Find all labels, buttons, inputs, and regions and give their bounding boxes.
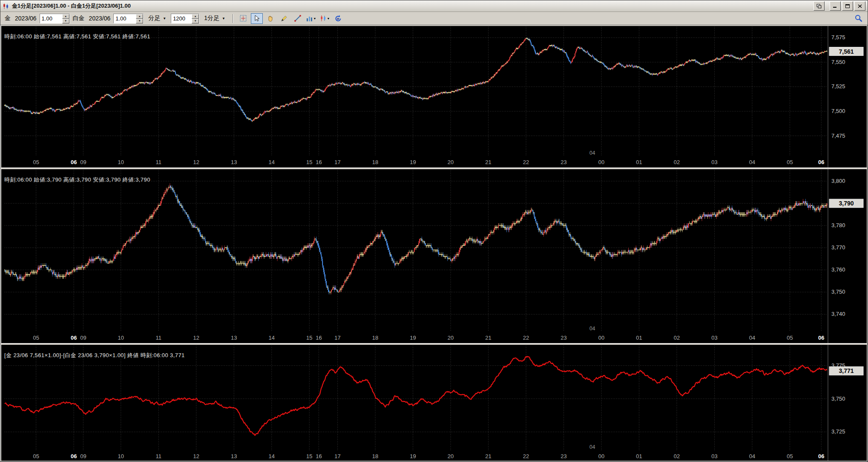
- svg-text:11: 11: [156, 335, 162, 341]
- svg-text:15: 15: [306, 453, 312, 459]
- svg-text:3,725: 3,725: [831, 428, 845, 435]
- svg-text:21: 21: [485, 335, 491, 341]
- svg-text:17: 17: [334, 453, 340, 459]
- svg-text:05: 05: [33, 335, 39, 341]
- svg-text:17: 17: [334, 335, 340, 341]
- svg-text:19: 19: [410, 453, 416, 459]
- gold-candlestick-chart: 7,5757,5507,5257,5007,475050609101112131…: [1, 26, 867, 167]
- maximize-button[interactable]: [842, 1, 853, 11]
- instrument2-multiplier-input[interactable]: [114, 14, 136, 23]
- svg-text:7,550: 7,550: [831, 59, 845, 65]
- cursor-tool[interactable]: [251, 13, 263, 24]
- svg-text:06: 06: [818, 159, 824, 165]
- svg-text:02: 02: [674, 159, 680, 165]
- svg-text:15: 15: [306, 159, 312, 165]
- candlestick-app-icon: [3, 3, 9, 9]
- svg-text:09: 09: [80, 453, 86, 459]
- svg-text:10: 10: [118, 335, 124, 341]
- pencil-tool[interactable]: [278, 13, 290, 24]
- minimize-button[interactable]: [830, 1, 841, 11]
- svg-text:01: 01: [636, 453, 642, 459]
- svg-text:23: 23: [560, 159, 566, 165]
- svg-text:10: 10: [118, 159, 124, 165]
- svg-text:14: 14: [269, 453, 275, 459]
- platinum-chart-panel[interactable]: 3,8003,7903,7803,7703,7603,7503,74005060…: [1, 169, 867, 343]
- svg-text:3,800: 3,800: [831, 178, 845, 184]
- close-icon: [858, 4, 862, 8]
- platinum-ohlc-readout: 時刻:06:00 始値:3,790 高値:3,790 安値:3,790 終値:3…: [4, 176, 150, 184]
- svg-text:04: 04: [749, 453, 755, 459]
- svg-text:00: 00: [598, 453, 604, 459]
- svg-text:22: 22: [523, 159, 529, 165]
- svg-text:15: 15: [306, 335, 312, 341]
- interval-dropdown[interactable]: 1分足 ▼: [201, 13, 228, 23]
- window-layers-button[interactable]: [813, 1, 825, 11]
- bar-chart-icon: [306, 15, 313, 22]
- svg-text:00: 00: [598, 335, 604, 341]
- instrument2-month: 2023/06: [89, 15, 111, 22]
- chevron-down-icon: ▼: [313, 17, 316, 20]
- zoom-tool[interactable]: [853, 13, 865, 24]
- spread-line-chart: 3,7753,7503,7250506091011121314151617181…: [1, 345, 867, 461]
- svg-text:09: 09: [80, 159, 86, 165]
- svg-text:7,500: 7,500: [831, 108, 845, 114]
- svg-text:7,525: 7,525: [831, 83, 845, 90]
- svg-text:19: 19: [410, 159, 416, 165]
- spin-up-icon[interactable]: ▲: [136, 14, 143, 19]
- interval-value: 1分足: [204, 14, 219, 22]
- svg-text:03: 03: [711, 453, 717, 459]
- spin-down-icon[interactable]: ▼: [136, 19, 143, 23]
- svg-text:R: R: [337, 17, 339, 21]
- svg-text:02: 02: [674, 335, 680, 341]
- chevron-down-icon: ▼: [163, 17, 166, 20]
- chart-type-dropdown[interactable]: ▼: [305, 13, 317, 24]
- draw-line-icon: [294, 14, 302, 22]
- window-layers-icon: [816, 4, 822, 9]
- svg-text:12: 12: [193, 335, 199, 341]
- spin-up-icon[interactable]: ▲: [192, 14, 199, 19]
- pan-tool[interactable]: [264, 13, 276, 24]
- region-select-tool[interactable]: [237, 13, 249, 24]
- instrument2-multiplier-field: ▲ ▼: [113, 14, 144, 23]
- svg-text:05: 05: [787, 453, 793, 459]
- svg-text:22: 22: [523, 335, 529, 341]
- spin-down-icon[interactable]: ▼: [62, 19, 69, 23]
- svg-text:21: 21: [485, 159, 491, 165]
- titlebar: 金1分足[2023/06]1.00 - 白金1分足[2023/06]1.00: [0, 0, 868, 12]
- svg-text:19: 19: [410, 335, 416, 341]
- svg-text:12: 12: [193, 453, 199, 459]
- candle-style-dropdown[interactable]: ▼: [319, 13, 331, 24]
- gold-chart-panel[interactable]: 7,5757,5507,5257,5007,475050609101112131…: [1, 26, 867, 167]
- svg-text:13: 13: [231, 453, 237, 459]
- svg-text:11: 11: [156, 159, 162, 165]
- zoom-icon: [854, 14, 863, 23]
- svg-text:23: 23: [560, 335, 566, 341]
- reload-button[interactable]: R: [333, 13, 345, 24]
- spin-up-icon[interactable]: ▲: [62, 14, 69, 19]
- instrument2-label: 白金: [73, 14, 85, 22]
- svg-text:06: 06: [818, 453, 824, 459]
- svg-text:7,575: 7,575: [831, 34, 845, 40]
- svg-text:3,740: 3,740: [831, 311, 845, 317]
- spin-down-icon[interactable]: ▼: [192, 19, 199, 23]
- instrument1-multiplier-input[interactable]: [40, 14, 62, 23]
- instrument1-multiplier-field: ▲ ▼: [40, 14, 70, 23]
- draw-line-tool[interactable]: [292, 13, 304, 24]
- instrument1-month: 2023/06: [15, 15, 37, 22]
- toolbar-separator: [233, 14, 233, 23]
- app-window: 金1分足[2023/06]1.00 - 白金1分足[2023/06]1.00: [0, 0, 868, 462]
- gold-ohlc-readout: 時刻:06:00 始値:7,561 高値:7,561 安値:7,561 終値:7…: [4, 33, 150, 40]
- spread-formula-readout: [金 23/06 7,561×1.00]-[白金 23/06 3,790×1.0…: [4, 352, 185, 359]
- period-type-value: 分足: [148, 14, 160, 22]
- maximize-icon: [845, 4, 850, 8]
- spread-chart-panel[interactable]: 3,7753,7503,7250506091011121314151617181…: [1, 345, 867, 461]
- svg-text:14: 14: [269, 335, 275, 341]
- svg-text:06: 06: [818, 335, 824, 341]
- svg-text:04: 04: [589, 444, 595, 450]
- svg-text:13: 13: [231, 159, 237, 165]
- close-button[interactable]: [854, 1, 865, 11]
- period-type-dropdown[interactable]: 分足 ▼: [145, 13, 169, 23]
- bar-count-input[interactable]: [171, 14, 192, 23]
- candlestick-icon: [320, 15, 327, 22]
- chevron-down-icon: ▼: [327, 17, 330, 20]
